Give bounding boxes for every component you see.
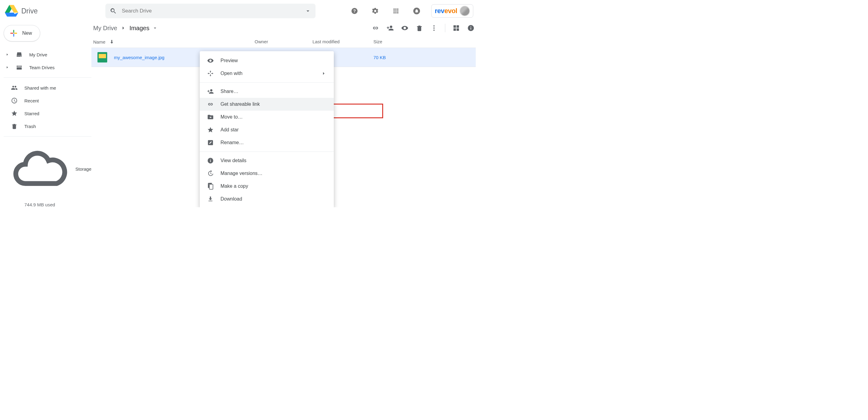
column-name[interactable]: Name — [93, 39, 255, 44]
chevron-down-icon[interactable] — [152, 25, 158, 31]
ctx-label: Add star — [220, 127, 239, 132]
file-thumbnail-icon — [97, 52, 107, 62]
main-area: My Drive Images Name Owner — [91, 22, 478, 207]
svg-rect-7 — [13, 30, 14, 33]
eye-icon[interactable] — [401, 24, 408, 32]
org-brand-chip[interactable]: revevol — [431, 4, 473, 18]
column-modified[interactable]: Last modified — [312, 39, 373, 44]
nav-label: Starred — [24, 111, 39, 116]
ctx-make-copy[interactable]: Make a copy — [200, 180, 334, 192]
toolbar: My Drive Images — [91, 22, 476, 34]
expand-icon — [5, 65, 9, 69]
ctx-manage-versions[interactable]: Manage versions… — [200, 167, 334, 180]
apps-button[interactable] — [390, 5, 402, 17]
header-right: ? revevol — [348, 4, 473, 18]
ctx-label: Make a copy — [220, 183, 248, 189]
trash-icon[interactable] — [416, 24, 423, 32]
people-icon — [11, 84, 18, 91]
plus-icon — [9, 29, 18, 37]
add-person-icon — [207, 88, 214, 95]
search-input[interactable] — [122, 8, 305, 14]
info-icon[interactable] — [467, 24, 474, 32]
sidebar-item-my-drive[interactable]: My Drive — [4, 48, 91, 61]
svg-rect-19 — [470, 27, 471, 30]
arrow-down-icon — [109, 39, 115, 44]
svg-rect-8 — [13, 34, 14, 37]
sidebar-item-shared[interactable]: Shared with me — [4, 81, 91, 94]
context-menu: Preview Open with Share… Get shareable l… — [200, 51, 334, 207]
svg-rect-20 — [470, 26, 471, 27]
grid-view-icon[interactable] — [453, 24, 460, 32]
ctx-label: Preview — [220, 58, 238, 63]
ctx-label: Move to… — [220, 114, 243, 120]
toolbar-actions — [372, 24, 474, 32]
search-bar[interactable] — [105, 4, 315, 18]
nav-label: Team Drives — [29, 65, 55, 70]
breadcrumb-root[interactable]: My Drive — [93, 25, 117, 32]
ctx-label: Download — [220, 196, 242, 202]
ctx-download[interactable]: Download — [200, 192, 334, 205]
ctx-preview[interactable]: Preview — [200, 54, 334, 67]
sidebar-item-starred[interactable]: Starred — [4, 107, 91, 120]
history-icon — [207, 170, 214, 177]
column-headers: Name Owner Last modified Size — [91, 34, 476, 48]
logo-area[interactable]: Drive — [5, 5, 105, 17]
my-drive-icon — [16, 51, 23, 58]
sidebar-item-storage[interactable]: Storage — [11, 140, 91, 198]
svg-point-12 — [18, 66, 18, 66]
sidebar-item-trash[interactable]: Trash — [4, 120, 91, 132]
more-icon[interactable] — [430, 24, 438, 32]
header-bar: Drive ? revevol — [0, 0, 478, 22]
star-icon — [11, 110, 18, 117]
open-with-icon — [207, 70, 214, 77]
svg-point-16 — [433, 27, 435, 29]
chevron-right-icon — [321, 71, 327, 76]
star-icon — [207, 126, 214, 133]
product-name: Drive — [21, 7, 38, 15]
ctx-move-to[interactable]: Move to… — [200, 111, 334, 123]
ctx-rename[interactable]: Rename… — [200, 136, 334, 149]
breadcrumb-current[interactable]: Images — [129, 25, 150, 32]
eye-icon — [207, 57, 214, 64]
link-icon — [207, 101, 214, 108]
search-icon — [110, 7, 117, 14]
drive-logo-icon — [5, 5, 18, 17]
add-person-icon[interactable] — [386, 24, 394, 32]
link-icon[interactable] — [372, 24, 379, 32]
folder-move-icon — [207, 114, 214, 120]
new-button-label: New — [22, 30, 32, 36]
ctx-share[interactable]: Share… — [200, 85, 334, 98]
ctx-label: Open with — [220, 71, 242, 76]
settings-button[interactable] — [369, 5, 381, 17]
download-icon — [207, 196, 214, 202]
apps-grid-icon — [392, 7, 400, 14]
help-button[interactable]: ? — [348, 5, 361, 17]
ctx-get-link[interactable]: Get shareable link — [200, 98, 334, 111]
ctx-view-details[interactable]: View details — [200, 154, 334, 167]
ctx-label: Manage versions… — [220, 171, 262, 176]
avatar[interactable] — [460, 6, 470, 16]
svg-rect-9 — [10, 33, 13, 33]
brand-text: revevol — [435, 7, 457, 15]
col-name-label: Name — [93, 39, 105, 44]
svg-point-13 — [19, 66, 20, 66]
ctx-open-with[interactable]: Open with — [200, 67, 334, 80]
ctx-label: Share… — [220, 89, 239, 94]
sidebar-item-team-drives[interactable]: Team Drives — [4, 61, 91, 74]
rename-icon — [207, 139, 214, 146]
sidebar-item-recent[interactable]: Recent — [4, 94, 91, 107]
expand-icon — [5, 53, 9, 56]
breadcrumb: My Drive Images — [93, 25, 158, 32]
svg-rect-24 — [210, 159, 211, 160]
help-icon: ? — [351, 7, 358, 14]
bell-icon — [413, 7, 420, 14]
ctx-add-star[interactable]: Add star — [200, 123, 334, 136]
nav-label: Recent — [24, 98, 39, 103]
new-button[interactable]: New — [4, 25, 40, 41]
search-options-caret-icon[interactable] — [305, 8, 311, 14]
column-size[interactable]: Size — [373, 39, 410, 44]
team-drives-icon — [16, 64, 23, 71]
notifications-button[interactable] — [410, 5, 423, 17]
ctx-label: Get shareable link — [220, 101, 260, 107]
column-owner[interactable]: Owner — [255, 39, 312, 44]
